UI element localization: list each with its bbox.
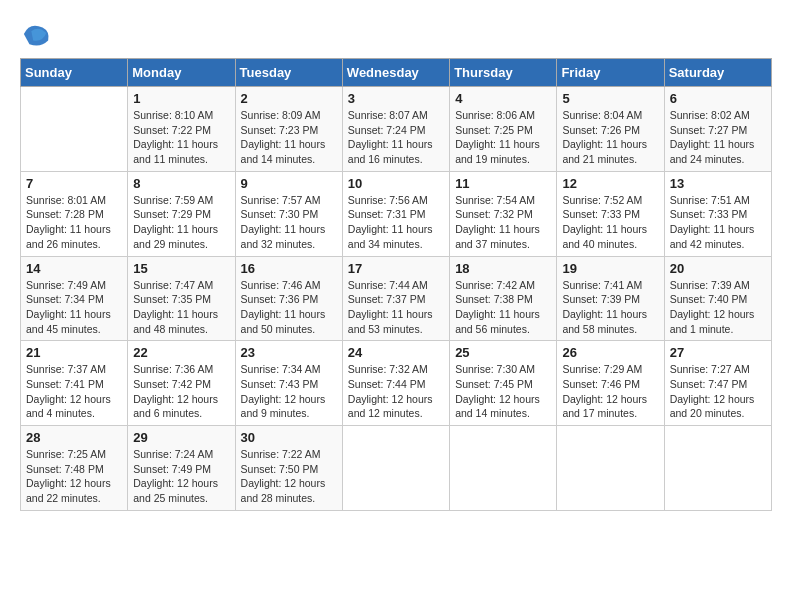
header-cell-wednesday: Wednesday (342, 59, 449, 87)
day-cell: 23Sunrise: 7:34 AM Sunset: 7:43 PM Dayli… (235, 341, 342, 426)
day-cell: 30Sunrise: 7:22 AM Sunset: 7:50 PM Dayli… (235, 426, 342, 511)
day-cell: 28Sunrise: 7:25 AM Sunset: 7:48 PM Dayli… (21, 426, 128, 511)
day-cell: 2Sunrise: 8:09 AM Sunset: 7:23 PM Daylig… (235, 87, 342, 172)
page-header (20, 20, 772, 48)
day-info: Sunrise: 7:51 AM Sunset: 7:33 PM Dayligh… (670, 193, 766, 252)
day-cell: 20Sunrise: 7:39 AM Sunset: 7:40 PM Dayli… (664, 256, 771, 341)
day-cell: 8Sunrise: 7:59 AM Sunset: 7:29 PM Daylig… (128, 171, 235, 256)
day-cell: 7Sunrise: 8:01 AM Sunset: 7:28 PM Daylig… (21, 171, 128, 256)
day-number: 3 (348, 91, 444, 106)
day-info: Sunrise: 7:25 AM Sunset: 7:48 PM Dayligh… (26, 447, 122, 506)
day-number: 9 (241, 176, 337, 191)
day-cell: 25Sunrise: 7:30 AM Sunset: 7:45 PM Dayli… (450, 341, 557, 426)
day-cell: 6Sunrise: 8:02 AM Sunset: 7:27 PM Daylig… (664, 87, 771, 172)
day-number: 25 (455, 345, 551, 360)
day-number: 14 (26, 261, 122, 276)
logo-icon (22, 20, 50, 48)
day-info: Sunrise: 8:06 AM Sunset: 7:25 PM Dayligh… (455, 108, 551, 167)
day-info: Sunrise: 8:09 AM Sunset: 7:23 PM Dayligh… (241, 108, 337, 167)
header-cell-friday: Friday (557, 59, 664, 87)
day-number: 5 (562, 91, 658, 106)
day-info: Sunrise: 8:02 AM Sunset: 7:27 PM Dayligh… (670, 108, 766, 167)
day-info: Sunrise: 7:46 AM Sunset: 7:36 PM Dayligh… (241, 278, 337, 337)
day-info: Sunrise: 8:07 AM Sunset: 7:24 PM Dayligh… (348, 108, 444, 167)
day-cell: 29Sunrise: 7:24 AM Sunset: 7:49 PM Dayli… (128, 426, 235, 511)
day-cell: 17Sunrise: 7:44 AM Sunset: 7:37 PM Dayli… (342, 256, 449, 341)
day-cell: 13Sunrise: 7:51 AM Sunset: 7:33 PM Dayli… (664, 171, 771, 256)
day-info: Sunrise: 7:29 AM Sunset: 7:46 PM Dayligh… (562, 362, 658, 421)
day-cell (557, 426, 664, 511)
header-cell-tuesday: Tuesday (235, 59, 342, 87)
day-cell: 4Sunrise: 8:06 AM Sunset: 7:25 PM Daylig… (450, 87, 557, 172)
header-cell-sunday: Sunday (21, 59, 128, 87)
day-number: 7 (26, 176, 122, 191)
day-info: Sunrise: 7:47 AM Sunset: 7:35 PM Dayligh… (133, 278, 229, 337)
calendar-body: 1Sunrise: 8:10 AM Sunset: 7:22 PM Daylig… (21, 87, 772, 511)
day-number: 16 (241, 261, 337, 276)
day-info: Sunrise: 7:56 AM Sunset: 7:31 PM Dayligh… (348, 193, 444, 252)
day-number: 1 (133, 91, 229, 106)
logo (20, 20, 50, 48)
day-cell: 24Sunrise: 7:32 AM Sunset: 7:44 PM Dayli… (342, 341, 449, 426)
day-info: Sunrise: 7:32 AM Sunset: 7:44 PM Dayligh… (348, 362, 444, 421)
day-number: 22 (133, 345, 229, 360)
week-row-2: 7Sunrise: 8:01 AM Sunset: 7:28 PM Daylig… (21, 171, 772, 256)
day-number: 30 (241, 430, 337, 445)
day-number: 6 (670, 91, 766, 106)
day-number: 2 (241, 91, 337, 106)
week-row-4: 21Sunrise: 7:37 AM Sunset: 7:41 PM Dayli… (21, 341, 772, 426)
header-row: SundayMondayTuesdayWednesdayThursdayFrid… (21, 59, 772, 87)
day-cell: 5Sunrise: 8:04 AM Sunset: 7:26 PM Daylig… (557, 87, 664, 172)
day-number: 8 (133, 176, 229, 191)
header-cell-thursday: Thursday (450, 59, 557, 87)
day-number: 15 (133, 261, 229, 276)
day-cell (450, 426, 557, 511)
day-cell: 1Sunrise: 8:10 AM Sunset: 7:22 PM Daylig… (128, 87, 235, 172)
day-number: 4 (455, 91, 551, 106)
header-cell-saturday: Saturday (664, 59, 771, 87)
week-row-1: 1Sunrise: 8:10 AM Sunset: 7:22 PM Daylig… (21, 87, 772, 172)
day-info: Sunrise: 7:30 AM Sunset: 7:45 PM Dayligh… (455, 362, 551, 421)
day-info: Sunrise: 8:04 AM Sunset: 7:26 PM Dayligh… (562, 108, 658, 167)
week-row-3: 14Sunrise: 7:49 AM Sunset: 7:34 PM Dayli… (21, 256, 772, 341)
day-info: Sunrise: 7:39 AM Sunset: 7:40 PM Dayligh… (670, 278, 766, 337)
day-info: Sunrise: 7:36 AM Sunset: 7:42 PM Dayligh… (133, 362, 229, 421)
day-cell (21, 87, 128, 172)
day-number: 18 (455, 261, 551, 276)
day-info: Sunrise: 7:52 AM Sunset: 7:33 PM Dayligh… (562, 193, 658, 252)
week-row-5: 28Sunrise: 7:25 AM Sunset: 7:48 PM Dayli… (21, 426, 772, 511)
day-cell: 16Sunrise: 7:46 AM Sunset: 7:36 PM Dayli… (235, 256, 342, 341)
day-cell: 9Sunrise: 7:57 AM Sunset: 7:30 PM Daylig… (235, 171, 342, 256)
day-number: 24 (348, 345, 444, 360)
day-number: 20 (670, 261, 766, 276)
day-cell (342, 426, 449, 511)
day-number: 27 (670, 345, 766, 360)
day-number: 13 (670, 176, 766, 191)
day-info: Sunrise: 7:37 AM Sunset: 7:41 PM Dayligh… (26, 362, 122, 421)
day-info: Sunrise: 7:44 AM Sunset: 7:37 PM Dayligh… (348, 278, 444, 337)
day-cell (664, 426, 771, 511)
day-cell: 26Sunrise: 7:29 AM Sunset: 7:46 PM Dayli… (557, 341, 664, 426)
day-cell: 27Sunrise: 7:27 AM Sunset: 7:47 PM Dayli… (664, 341, 771, 426)
day-number: 23 (241, 345, 337, 360)
day-number: 21 (26, 345, 122, 360)
day-cell: 15Sunrise: 7:47 AM Sunset: 7:35 PM Dayli… (128, 256, 235, 341)
header-cell-monday: Monday (128, 59, 235, 87)
calendar-table: SundayMondayTuesdayWednesdayThursdayFrid… (20, 58, 772, 511)
day-info: Sunrise: 8:10 AM Sunset: 7:22 PM Dayligh… (133, 108, 229, 167)
day-cell: 14Sunrise: 7:49 AM Sunset: 7:34 PM Dayli… (21, 256, 128, 341)
day-number: 26 (562, 345, 658, 360)
day-number: 29 (133, 430, 229, 445)
day-info: Sunrise: 7:54 AM Sunset: 7:32 PM Dayligh… (455, 193, 551, 252)
day-cell: 19Sunrise: 7:41 AM Sunset: 7:39 PM Dayli… (557, 256, 664, 341)
day-number: 17 (348, 261, 444, 276)
day-info: Sunrise: 7:41 AM Sunset: 7:39 PM Dayligh… (562, 278, 658, 337)
day-number: 19 (562, 261, 658, 276)
day-number: 28 (26, 430, 122, 445)
day-cell: 21Sunrise: 7:37 AM Sunset: 7:41 PM Dayli… (21, 341, 128, 426)
day-cell: 12Sunrise: 7:52 AM Sunset: 7:33 PM Dayli… (557, 171, 664, 256)
day-number: 10 (348, 176, 444, 191)
day-info: Sunrise: 7:59 AM Sunset: 7:29 PM Dayligh… (133, 193, 229, 252)
day-cell: 11Sunrise: 7:54 AM Sunset: 7:32 PM Dayli… (450, 171, 557, 256)
day-info: Sunrise: 7:24 AM Sunset: 7:49 PM Dayligh… (133, 447, 229, 506)
